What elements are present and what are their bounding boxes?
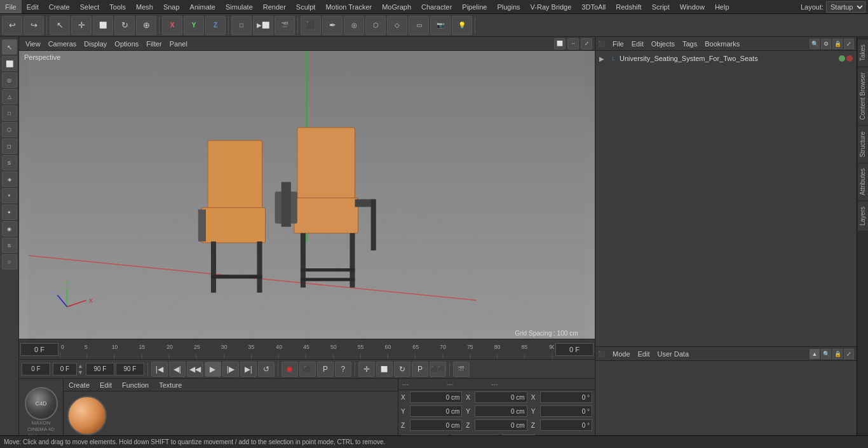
rotate-tool-button[interactable]: ↻ [114,16,135,35]
menu-window[interactable]: Window [675,0,710,13]
record-button[interactable]: ⏺ [281,362,298,377]
menu-help[interactable]: Help [710,0,735,13]
render-region-button[interactable]: 🎬 [275,16,295,35]
deform-button[interactable]: ⬡ [365,16,386,35]
viewport-fullscreen-button[interactable]: ⤢ [581,38,592,50]
left-tool-10[interactable]: ⚬ [2,188,17,203]
tab-layers[interactable]: Layers [858,201,868,231]
expand-icon[interactable]: ⤢ [844,39,854,49]
left-tool-1[interactable]: ↖ [2,39,17,55]
step-forward-button[interactable]: |▶ [222,362,239,377]
left-tool-9[interactable]: ◈ [2,172,17,187]
goto-end-button[interactable]: ▶| [240,362,257,377]
menu-sculpt[interactable]: Sculpt [291,0,321,13]
coord-z-rot-input[interactable] [475,419,527,431]
viewport-3d[interactable]: X Y Z Grid Spacing : 100 cm Perspective [19,51,595,339]
coord-x-scale-input[interactable] [540,391,592,403]
left-tool-12[interactable]: ◉ [2,221,17,236]
material-ball[interactable] [67,396,107,435]
attr-mode-button[interactable]: Mode [610,350,633,358]
left-tool-2[interactable]: ⬜ [2,56,17,71]
attr-lock-icon[interactable]: 🔒 [832,349,843,359]
left-tool-5[interactable]: □ [2,105,17,121]
material-button[interactable]: ◇ [387,16,407,35]
redo-button[interactable]: ↪ [24,16,44,35]
menu-pipeline[interactable]: Pipeline [457,0,492,13]
menu-tools[interactable]: Tools [104,0,131,13]
attr-search-icon[interactable]: 🔍 [821,349,831,359]
menu-character[interactable]: Character [416,0,457,13]
y-axis-button[interactable]: Y [184,16,204,35]
light-button[interactable]: 💡 [452,16,472,35]
menu-motion-tracker[interactable]: Motion Tracker [320,0,377,13]
undo-button[interactable]: ↩ [2,16,22,35]
coord-y-pos-input[interactable] [410,405,462,417]
grid-key-button[interactable]: ⬛⬛ [430,362,446,377]
material-function-button[interactable]: Function [119,381,151,389]
rotate-key-button[interactable]: ↻ [394,362,410,377]
visibility-dot-green[interactable] [839,55,845,62]
options-menu-button[interactable]: Options [111,37,142,50]
auto-key-button[interactable]: ⚫ [299,362,316,377]
selection-tool-button[interactable]: ↖ [50,16,70,35]
objects-bookmarks-button[interactable]: Bookmarks [702,40,742,48]
menu-file[interactable]: File [0,0,22,13]
playback-end-frame-left[interactable] [86,363,114,376]
objects-file-button[interactable]: File [610,40,627,48]
menu-select[interactable]: Select [75,0,105,13]
floor-button[interactable]: ▭ [409,16,429,35]
scale-key-button[interactable]: ⬜ [376,362,393,377]
play-button[interactable]: ▶ [205,362,221,377]
playback-end-frame-right[interactable] [116,363,144,376]
object-row-1[interactable]: ▶ L University_Seating_System_For_Two_Se… [595,51,857,66]
attr-userdata-button[interactable]: User Data [655,350,692,358]
scale-tool-button[interactable]: ⬜ [93,16,113,35]
menu-snap[interactable]: Snap [158,0,185,13]
objects-edit-button[interactable]: Edit [629,40,646,48]
play-reverse-button[interactable]: ◀◀ [187,362,203,377]
tab-takes[interactable]: Takes [858,39,868,66]
playback-start-frame[interactable] [22,363,50,376]
timeline-ruler[interactable]: 0 5 10 15 20 25 30 35 [60,339,554,359]
help-button[interactable]: ? [335,362,351,377]
left-tool-7[interactable]: ◻ [2,139,17,154]
coord-z-pos-input[interactable] [410,419,462,431]
move-key-button[interactable]: ✛ [358,362,375,377]
tab-attributes[interactable]: Attributes [858,163,868,200]
view-menu-button[interactable]: View [22,37,44,50]
coord-x-rot-input[interactable] [475,391,527,403]
viewport-icon-1[interactable]: ⬜ [554,38,566,50]
step-back-button[interactable]: ◀| [169,362,186,377]
menu-plugins[interactable]: Plugins [492,0,525,13]
loop-button[interactable]: ↺ [258,362,275,377]
left-tool-11[interactable]: ✦ [2,205,17,220]
panel-menu-button[interactable]: Panel [166,37,191,50]
material-texture-button[interactable]: Texture [156,381,184,389]
menu-edit[interactable]: Edit [22,0,44,13]
move-tool-button[interactable]: ✛ [71,16,92,35]
layout-select[interactable]: Startup [826,1,865,13]
menu-render[interactable]: Render [258,0,291,13]
menu-vray[interactable]: V-Ray Bridge [526,0,577,13]
objects-view-button[interactable]: Objects [649,40,677,48]
material-edit-button[interactable]: Edit [97,381,114,389]
attr-expand-icon[interactable]: ⤢ [844,349,854,359]
coord-z-scale-input[interactable] [540,419,592,431]
viewport-icon-2[interactable]: ↔ [567,38,579,50]
key-button[interactable]: P [317,362,334,377]
camera-button[interactable]: 📷 [430,16,451,35]
menu-create[interactable]: Create [44,0,75,13]
nurbs-button[interactable]: ◎ [344,16,364,35]
settings-icon[interactable]: ⚙ [821,39,831,49]
menu-animate[interactable]: Animate [185,0,220,13]
z-axis-button[interactable]: Z [205,16,226,35]
menu-mesh[interactable]: Mesh [131,0,158,13]
param-button[interactable]: P [412,362,428,377]
tab-content-browser[interactable]: Content Browser [858,67,868,125]
pen-button[interactable]: ✒ [322,16,342,35]
menu-3dtoall[interactable]: 3DToAll [576,0,611,13]
objects-tags-button[interactable]: Tags [680,40,700,48]
x-axis-button[interactable]: X [162,16,182,35]
coord-x-pos-input[interactable] [410,391,462,403]
search-icon[interactable]: 🔍 [810,39,820,49]
